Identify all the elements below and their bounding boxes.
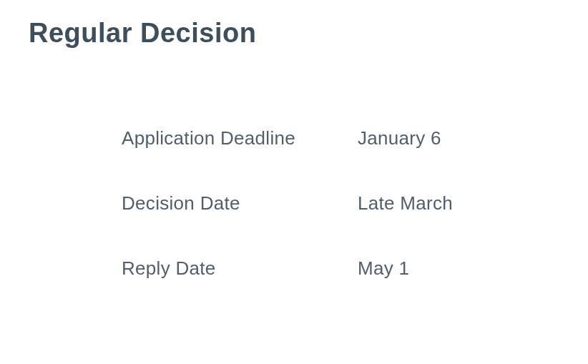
- row-value: May 1: [358, 257, 409, 280]
- row-value: Late March: [358, 192, 453, 215]
- section-heading: Regular Decision: [29, 18, 559, 49]
- row-label: Reply Date: [122, 257, 358, 280]
- table-row: Application Deadline January 6: [122, 127, 559, 149]
- dates-table: Application Deadline January 6 Decision …: [122, 127, 559, 280]
- table-row: Reply Date May 1: [122, 257, 559, 280]
- table-row: Decision Date Late March: [122, 192, 559, 215]
- row-value: January 6: [358, 127, 441, 149]
- row-label: Application Deadline: [122, 127, 358, 149]
- row-label: Decision Date: [122, 192, 358, 215]
